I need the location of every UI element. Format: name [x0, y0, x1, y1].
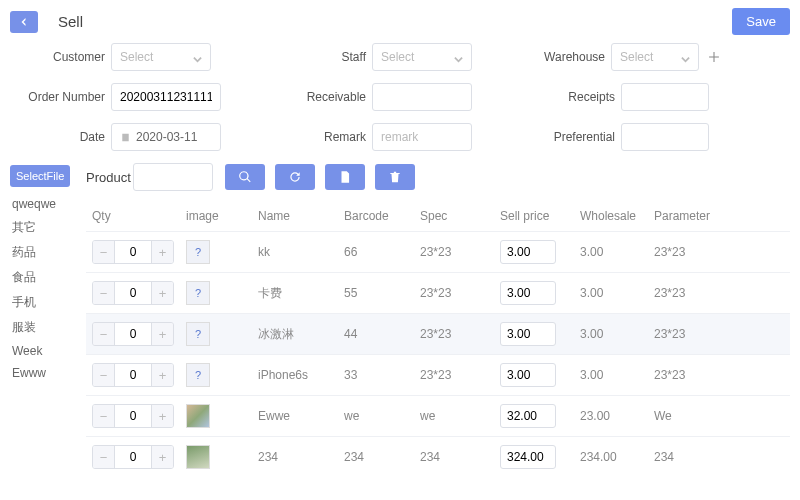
category-item[interactable]: 药品 — [10, 240, 86, 265]
product-spec: 23*23 — [420, 286, 500, 300]
category-item[interactable]: qweqwe — [10, 193, 86, 215]
chevron-down-icon — [454, 53, 463, 62]
warehouse-label: Warehouse — [510, 50, 605, 64]
product-search-input[interactable] — [133, 163, 213, 191]
sell-price-input[interactable] — [500, 322, 556, 346]
refresh-button[interactable] — [275, 164, 315, 190]
add-warehouse-button[interactable] — [705, 48, 723, 66]
qty-stepper[interactable]: −+ — [92, 363, 174, 387]
qty-input[interactable] — [115, 446, 151, 468]
qty-stepper[interactable]: −+ — [92, 445, 174, 469]
product-image — [186, 404, 210, 428]
remark-input[interactable] — [372, 123, 472, 151]
qty-plus-button[interactable]: + — [151, 405, 173, 427]
receipts-label: Receipts — [520, 90, 615, 104]
table-row[interactable]: −+234234234234.00234 — [86, 436, 790, 477]
qty-input[interactable] — [115, 241, 151, 263]
table-row[interactable]: −+?冰激淋4423*233.0023*23 — [86, 313, 790, 354]
order-number-input[interactable] — [111, 83, 221, 111]
product-parameter: 23*23 — [654, 245, 724, 259]
product-spec: 23*23 — [420, 327, 500, 341]
qty-plus-button[interactable]: + — [151, 282, 173, 304]
select-file-button[interactable]: SelectFile — [10, 165, 70, 187]
category-item[interactable]: 手机 — [10, 290, 86, 315]
preferential-input[interactable] — [621, 123, 709, 151]
category-item[interactable]: 服装 — [10, 315, 86, 340]
product-name: kk — [258, 245, 344, 259]
delete-button[interactable] — [375, 164, 415, 190]
order-number-label: Order Number — [10, 90, 105, 104]
product-image: ? — [186, 363, 210, 387]
category-item[interactable]: 其它 — [10, 215, 86, 240]
product-parameter: 23*23 — [654, 327, 724, 341]
product-parameter: 23*23 — [654, 368, 724, 382]
qty-plus-button[interactable]: + — [151, 241, 173, 263]
receivable-input[interactable] — [372, 83, 472, 111]
product-name: 冰激淋 — [258, 326, 344, 343]
product-barcode: 234 — [344, 450, 420, 464]
warehouse-select[interactable]: Select — [611, 43, 699, 71]
document-icon — [338, 170, 352, 184]
product-barcode: 33 — [344, 368, 420, 382]
wholesale-price: 3.00 — [580, 245, 654, 259]
qty-minus-button[interactable]: − — [93, 323, 115, 345]
qty-stepper[interactable]: −+ — [92, 404, 174, 428]
product-name: 卡费 — [258, 285, 344, 302]
qty-minus-button[interactable]: − — [93, 364, 115, 386]
date-input[interactable]: 2020-03-11 — [111, 123, 221, 151]
product-spec: we — [420, 409, 500, 423]
product-barcode: 66 — [344, 245, 420, 259]
customer-label: Customer — [10, 50, 105, 64]
qty-input[interactable] — [115, 405, 151, 427]
wholesale-price: 3.00 — [580, 286, 654, 300]
sell-price-input[interactable] — [500, 404, 556, 428]
product-label: Product — [86, 170, 131, 185]
remark-label: Remark — [271, 130, 366, 144]
qty-stepper[interactable]: −+ — [92, 240, 174, 264]
sell-price-input[interactable] — [500, 240, 556, 264]
qty-minus-button[interactable]: − — [93, 405, 115, 427]
product-spec: 234 — [420, 450, 500, 464]
qty-stepper[interactable]: −+ — [92, 322, 174, 346]
product-spec: 23*23 — [420, 245, 500, 259]
staff-select[interactable]: Select — [372, 43, 472, 71]
chevron-down-icon — [681, 53, 690, 62]
product-parameter: 23*23 — [654, 286, 724, 300]
qty-minus-button[interactable]: − — [93, 282, 115, 304]
receivable-label: Receivable — [271, 90, 366, 104]
search-icon — [238, 170, 252, 184]
product-barcode: 44 — [344, 327, 420, 341]
customer-select[interactable]: Select — [111, 43, 211, 71]
qty-plus-button[interactable]: + — [151, 364, 173, 386]
qty-plus-button[interactable]: + — [151, 446, 173, 468]
table-row[interactable]: −+Ewwewewe23.00We — [86, 395, 790, 436]
product-name: 234 — [258, 450, 344, 464]
table-row[interactable]: −+?iPhone6s3323*233.0023*23 — [86, 354, 790, 395]
qty-plus-button[interactable]: + — [151, 323, 173, 345]
qty-minus-button[interactable]: − — [93, 446, 115, 468]
category-item[interactable]: Ewww — [10, 362, 86, 384]
qty-input[interactable] — [115, 323, 151, 345]
wholesale-price: 23.00 — [580, 409, 654, 423]
category-item[interactable]: Week — [10, 340, 86, 362]
product-name: Ewwe — [258, 409, 344, 423]
sell-price-input[interactable] — [500, 363, 556, 387]
qty-stepper[interactable]: −+ — [92, 281, 174, 305]
qty-input[interactable] — [115, 364, 151, 386]
qty-input[interactable] — [115, 282, 151, 304]
qty-minus-button[interactable]: − — [93, 241, 115, 263]
product-spec: 23*23 — [420, 368, 500, 382]
category-item[interactable]: 食品 — [10, 265, 86, 290]
product-barcode: 55 — [344, 286, 420, 300]
back-button[interactable] — [10, 11, 38, 33]
search-button[interactable] — [225, 164, 265, 190]
save-button[interactable]: Save — [732, 8, 790, 35]
sell-price-input[interactable] — [500, 445, 556, 469]
wholesale-price: 3.00 — [580, 368, 654, 382]
table-row[interactable]: −+?卡费5523*233.0023*23 — [86, 272, 790, 313]
sell-price-input[interactable] — [500, 281, 556, 305]
table-row[interactable]: −+?kk6623*233.0023*23 — [86, 231, 790, 272]
product-parameter: 234 — [654, 450, 724, 464]
document-button[interactable] — [325, 164, 365, 190]
receipts-input[interactable] — [621, 83, 709, 111]
